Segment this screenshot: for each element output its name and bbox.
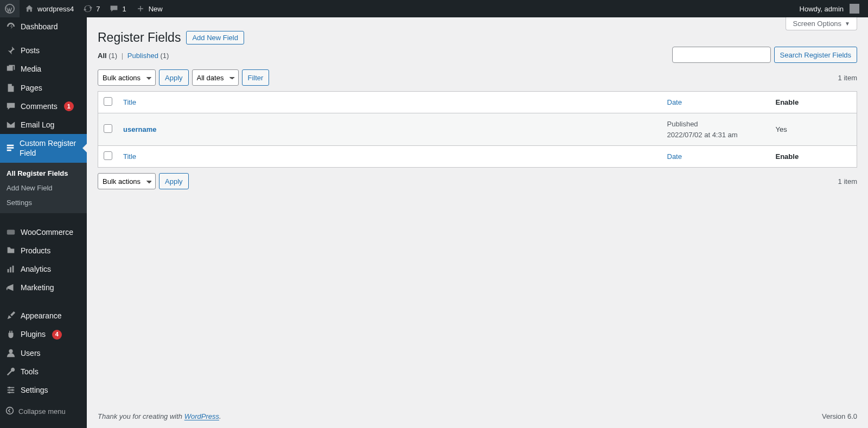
sidebar-item-label: Email Log [21, 120, 54, 130]
media-icon [5, 64, 16, 74]
sidebar-item-label: Posts [21, 46, 40, 55]
svg-rect-4 [7, 229, 15, 234]
avatar [850, 4, 859, 14]
row-enable-cell: Yes [770, 113, 857, 146]
sidebar-submenu-custom-register-field: All Register Fields Add New Field Settin… [0, 163, 87, 213]
actions-bottom: Bulk actions Apply [98, 173, 189, 189]
apply-button-bottom[interactable]: Apply [159, 173, 189, 189]
sidebar-item-email-log[interactable]: Email Log [0, 116, 87, 134]
sidebar-item-plugins[interactable]: Plugins 4 [0, 325, 87, 343]
sidebar-item-marketing[interactable]: Marketing [0, 278, 87, 297]
screen-options-button[interactable]: Screen Options ▼ [786, 17, 857, 30]
dashboard-icon [5, 22, 16, 31]
sidebar-item-label: Dashboard [21, 22, 58, 31]
howdy-text: Howdy, admin [800, 5, 844, 13]
search-box: Search Register Fields [672, 47, 858, 63]
sidebar-item-comments[interactable]: Comments 1 [0, 97, 87, 116]
footer-title[interactable]: Title [118, 146, 662, 168]
select-all-bottom[interactable] [104, 151, 112, 160]
marketing-icon [5, 283, 16, 292]
adminbar-comments[interactable]: 1 [104, 0, 130, 17]
adminbar-left: wordpress4 7 1 New [0, 0, 167, 17]
products-icon [5, 246, 16, 255]
tablenav-top: Bulk actions Apply All dates Filter 1 it… [98, 68, 857, 87]
wordpress-icon [4, 3, 15, 14]
select-all-top[interactable] [104, 97, 112, 106]
svg-rect-5 [8, 269, 9, 272]
svg-point-14 [9, 392, 11, 394]
tablenav-bottom: Bulk actions Apply 1 item [98, 172, 857, 190]
adminbar-new-label: New [149, 5, 163, 13]
view-all-count: (1) [108, 52, 117, 60]
row-title-link[interactable]: username [123, 125, 156, 133]
wp-logo[interactable] [0, 0, 20, 17]
sidebar-item-label: Analytics [21, 264, 51, 274]
page-icon [5, 83, 16, 93]
submenu-add-new-field[interactable]: Add New Field [0, 181, 87, 195]
chevron-down-icon: ▼ [845, 21, 850, 27]
sidebar-item-products[interactable]: Products [0, 241, 87, 260]
woocommerce-icon [5, 227, 16, 237]
sidebar-item-settings[interactable]: Settings [0, 381, 87, 399]
bulk-actions-select-top[interactable]: Bulk actions [98, 69, 156, 86]
adminbar-right: Howdy, admin [795, 0, 864, 17]
sidebar-item-appearance[interactable]: Appearance [0, 306, 87, 325]
site-name[interactable]: wordpress4 [20, 0, 78, 17]
submenu-all-register-fields[interactable]: All Register Fields [0, 166, 87, 181]
collapse-icon [5, 406, 14, 417]
sidebar-item-label: Settings [21, 385, 48, 395]
comment-icon [108, 3, 119, 14]
screen-options-label: Screen Options [793, 20, 841, 28]
footer-date[interactable]: Date [662, 146, 770, 168]
header-title[interactable]: Title [118, 92, 662, 113]
sidebar-item-label: Users [21, 348, 41, 358]
settings-icon [5, 385, 16, 395]
sidebar-item-users[interactable]: Users [0, 344, 87, 362]
apply-button-top[interactable]: Apply [159, 69, 189, 86]
updates[interactable]: 7 [78, 0, 104, 17]
form-icon [5, 143, 15, 153]
table-row: username Published 2022/07/02 at 4:31 am… [98, 113, 857, 146]
updates-icon [82, 3, 93, 14]
view-all[interactable]: All [98, 52, 107, 60]
view-published[interactable]: Published [127, 52, 158, 60]
svg-rect-7 [12, 266, 14, 273]
svg-point-15 [7, 407, 14, 414]
sidebar-item-label: Tools [21, 367, 39, 376]
collapse-label: Collapse menu [18, 407, 66, 416]
header-date[interactable]: Date [662, 92, 770, 113]
mail-icon [5, 120, 16, 130]
sidebar-item-pages[interactable]: Pages [0, 79, 87, 97]
row-checkbox-cell [98, 113, 118, 146]
row-date-status: Published [667, 120, 698, 128]
user-account[interactable]: Howdy, admin [795, 0, 864, 17]
sidebar-item-woocommerce[interactable]: WooCommerce [0, 223, 87, 241]
sidebar-item-label: Media [21, 64, 41, 74]
collapse-menu-button[interactable]: Collapse menu [0, 402, 87, 421]
sidebar-item-tools[interactable]: Tools [0, 362, 87, 381]
sidebar-item-custom-register-field[interactable]: Custom Register Field [0, 134, 87, 162]
item-count-top: 1 item [838, 74, 857, 82]
svg-point-13 [11, 389, 14, 391]
admin-bar: wordpress4 7 1 New Howdy, admin [0, 0, 868, 17]
search-button[interactable]: Search Register Fields [774, 47, 858, 63]
submenu-settings[interactable]: Settings [0, 195, 87, 210]
search-input[interactable] [672, 47, 771, 63]
sidebar-item-label: WooCommerce [21, 227, 73, 237]
footer-wp-link[interactable]: WordPress [184, 412, 219, 420]
filter-button[interactable]: Filter [242, 69, 270, 86]
row-title-cell: username [118, 113, 662, 146]
sidebar-item-posts[interactable]: Posts [0, 41, 87, 60]
bulk-actions-select-bottom[interactable]: Bulk actions [98, 173, 156, 189]
add-new-field-button[interactable]: Add New Field [186, 31, 244, 44]
analytics-icon [5, 264, 16, 274]
sidebar-item-label: Products [21, 246, 50, 255]
footer-thanks: Thank you for creating with WordPress. [98, 412, 221, 420]
row-checkbox[interactable] [104, 124, 112, 133]
adminbar-new[interactable]: New [131, 0, 167, 17]
dates-filter-select[interactable]: All dates [192, 69, 239, 86]
sidebar-item-analytics[interactable]: Analytics [0, 260, 87, 278]
sidebar-item-media[interactable]: Media [0, 60, 87, 78]
plugins-icon [5, 330, 16, 340]
sidebar-item-dashboard[interactable]: Dashboard [0, 17, 87, 36]
